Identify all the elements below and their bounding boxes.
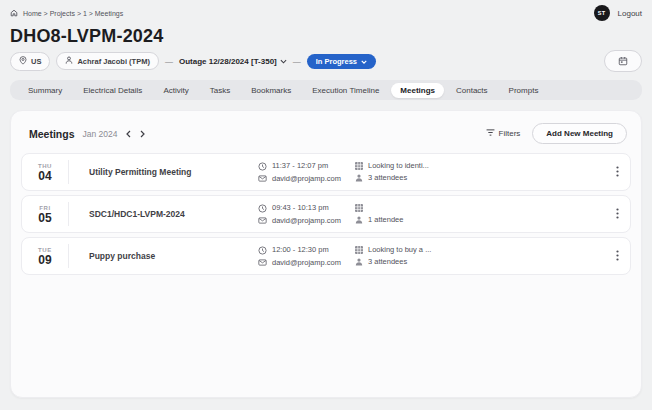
- meeting-card[interactable]: FRI 05 SDC1/HDC1-LVPM-2024 09:43 - 10:13…: [21, 195, 631, 233]
- meetings-panel-header: Meetings Jan 2024 Filters Add New Meetin…: [11, 111, 641, 153]
- meetings-panel: Meetings Jan 2024 Filters Add New Meetin…: [10, 110, 642, 398]
- chevron-down-icon: [361, 57, 367, 66]
- meeting-time-col: 12:00 - 12:30 pm david@projamp.com: [258, 246, 354, 267]
- meeting-time: 11:37 - 12:07 pm: [258, 162, 354, 171]
- location-pin-icon: [19, 56, 27, 67]
- tab-tasks[interactable]: Tasks: [201, 83, 239, 98]
- home-icon: [10, 9, 18, 17]
- meeting-date: TUE 09: [22, 247, 68, 266]
- clock-icon: [258, 204, 267, 213]
- notes-grid-icon: [354, 204, 363, 212]
- prev-month-button[interactable]: [125, 130, 132, 138]
- tab-bookmarks[interactable]: Bookmarks: [242, 83, 300, 98]
- meeting-options-button[interactable]: [604, 238, 630, 274]
- meeting-attendees-label: 3 attendees: [368, 174, 407, 182]
- country-label: US: [31, 57, 41, 66]
- country-pill[interactable]: US: [10, 52, 50, 71]
- meeting-time-label: 09:43 - 10:13 pm: [272, 204, 329, 212]
- meeting-info-col: Looking to buy a ... 3 attendees: [354, 246, 604, 266]
- meeting-card[interactable]: TUE 09 Puppy purchase 12:00 - 12:30 pm d…: [21, 237, 631, 275]
- tab-activity[interactable]: Activity: [154, 83, 197, 98]
- owner-label: Achraf Jacobi (TPM): [77, 57, 150, 66]
- meeting-note-label: Looking to buy a ...: [368, 246, 431, 254]
- clock-icon: [258, 162, 267, 171]
- attendee-icon: [354, 216, 363, 224]
- meeting-note: Looking to buy a ...: [354, 246, 604, 254]
- meeting-title: Utility Permitting Meeting: [69, 167, 258, 177]
- meeting-email-label: david@projamp.com: [272, 217, 341, 225]
- tab-prompts[interactable]: Prompts: [500, 83, 548, 98]
- chevron-down-icon: [280, 57, 287, 66]
- page: Home > Projects > 1 > Meetings ST Logout…: [0, 0, 652, 410]
- notes-grid-icon: [354, 246, 363, 254]
- meeting-email: david@projamp.com: [258, 175, 354, 183]
- meeting-time: 12:00 - 12:30 pm: [258, 246, 354, 255]
- tab-bar: Summary Electrical Details Activity Task…: [10, 80, 642, 100]
- meeting-weekday: TUE: [38, 247, 52, 253]
- meta-row: US Achraf Jacobi (TPM) — Outage 12/28/20…: [10, 50, 642, 72]
- meeting-attendees: 3 attendees: [354, 174, 604, 182]
- filters-button[interactable]: Filters: [486, 129, 521, 138]
- meeting-note: [354, 204, 604, 212]
- breadcrumb[interactable]: Home > Projects > 1 > Meetings: [10, 9, 123, 17]
- mail-icon: [258, 259, 267, 266]
- panel-title: Meetings: [29, 128, 75, 140]
- attendee-icon: [354, 258, 363, 266]
- meeting-title: SDC1/HDC1-LVPM-2024: [69, 209, 258, 219]
- avatar[interactable]: ST: [594, 5, 610, 21]
- meeting-time-col: 11:37 - 12:07 pm david@projamp.com: [258, 162, 354, 183]
- kebab-icon: [616, 205, 619, 223]
- meeting-time: 09:43 - 10:13 pm: [258, 204, 354, 213]
- meeting-attendees: 1 attendee: [354, 216, 604, 224]
- filters-label: Filters: [499, 129, 521, 138]
- meeting-time-label: 12:00 - 12:30 pm: [272, 246, 329, 254]
- tab-summary[interactable]: Summary: [19, 83, 71, 98]
- meeting-time-label: 11:37 - 12:07 pm: [272, 162, 328, 170]
- meeting-info-col: 1 attendee: [354, 204, 604, 224]
- next-month-button[interactable]: [139, 130, 146, 138]
- page-title: DHO8-LVPM-2024: [10, 27, 642, 46]
- meeting-day: 04: [38, 170, 51, 182]
- meeting-attendees-label: 3 attendees: [368, 258, 407, 266]
- meeting-email: david@projamp.com: [258, 217, 354, 225]
- kebab-icon: [616, 247, 619, 265]
- meeting-note-label: Looking to identi...: [368, 162, 429, 170]
- attendee-icon: [354, 174, 363, 182]
- meeting-options-button[interactable]: [604, 196, 630, 232]
- avatar-initials: ST: [598, 10, 606, 16]
- tab-meetings[interactable]: Meetings: [391, 83, 444, 98]
- meeting-date: THU 04: [22, 163, 68, 182]
- meeting-weekday: THU: [38, 163, 52, 169]
- meeting-day: 05: [38, 212, 51, 224]
- meeting-card[interactable]: THU 04 Utility Permitting Meeting 11:37 …: [21, 153, 631, 191]
- breadcrumb-text: Home > Projects > 1 > Meetings: [23, 10, 123, 17]
- calendar-icon: [618, 54, 628, 69]
- meeting-email: david@projamp.com: [258, 259, 354, 267]
- logout-button[interactable]: Logout: [618, 9, 642, 18]
- tab-electrical-details[interactable]: Electrical Details: [74, 83, 151, 98]
- kebab-icon: [616, 163, 619, 181]
- add-new-meeting-button[interactable]: Add New Meeting: [532, 123, 627, 144]
- status-badge[interactable]: In Progress: [307, 54, 376, 69]
- meeting-attendees: 3 attendees: [354, 258, 604, 266]
- owner-pill[interactable]: Achraf Jacobi (TPM): [56, 52, 159, 70]
- meeting-time-col: 09:43 - 10:13 pm david@projamp.com: [258, 204, 354, 225]
- status-label: In Progress: [316, 57, 357, 66]
- meeting-note: Looking to identi...: [354, 162, 604, 170]
- mail-icon: [258, 217, 267, 224]
- meeting-options-button[interactable]: [604, 154, 630, 190]
- meeting-email-label: david@projamp.com: [272, 175, 341, 183]
- clock-icon: [258, 246, 267, 255]
- notes-grid-icon: [354, 162, 363, 170]
- meeting-date: FRI 05: [22, 205, 68, 224]
- outage-label: Outage 12/28/2024 [T-350]: [179, 57, 277, 66]
- meeting-weekday: FRI: [39, 205, 50, 211]
- tab-contacts[interactable]: Contacts: [447, 83, 497, 98]
- tab-execution-timeline[interactable]: Execution Timeline: [303, 83, 388, 98]
- separator: —: [293, 57, 301, 66]
- calendar-button[interactable]: [604, 50, 642, 72]
- mail-icon: [258, 175, 267, 182]
- topbar-right: ST Logout: [594, 5, 642, 21]
- filter-icon: [486, 129, 495, 138]
- outage-dropdown[interactable]: Outage 12/28/2024 [T-350]: [179, 57, 287, 66]
